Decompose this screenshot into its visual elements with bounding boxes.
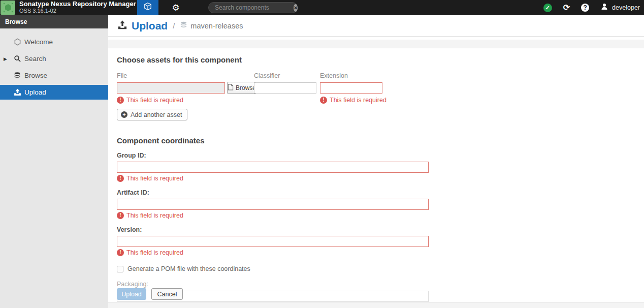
panel-toolbar: [108, 40, 644, 48]
cube-icon: [143, 2, 152, 13]
sidebar-item-upload[interactable]: Upload: [0, 85, 108, 100]
file-required-error: ! This field is required: [117, 97, 183, 104]
add-another-asset-button[interactable]: + Add another asset: [117, 109, 187, 120]
repository-icon: [180, 21, 187, 30]
browse-button-label: Browse: [236, 84, 256, 91]
error-text: This field is required: [126, 175, 183, 182]
version-field[interactable]: [117, 236, 429, 247]
upload-page-icon: [117, 20, 127, 32]
app-title: Sonatype Nexus Repository Manager: [19, 1, 136, 8]
clear-search-icon[interactable]: ✕: [294, 4, 298, 12]
group-id-field[interactable]: [117, 162, 429, 173]
app-version: OSS 3.16.1-02: [19, 8, 136, 14]
packaging-label: Packaging:: [117, 281, 644, 288]
artifact-id-label: Artifact ID:: [117, 189, 644, 196]
user-icon: [600, 3, 608, 13]
group-id-required-error: ! This field is required: [117, 175, 644, 182]
sidebar: Browse Welcome ▶ Search: [0, 15, 108, 308]
error-icon: !: [117, 249, 124, 256]
extension-label: Extension: [320, 72, 348, 79]
repository-name: maven-releases: [190, 22, 243, 30]
error-icon: !: [320, 97, 327, 104]
nexus-logo-icon: [1, 1, 15, 15]
sidebar-item-browse[interactable]: Browse: [0, 68, 108, 83]
upload-submit-button[interactable]: Upload: [117, 288, 146, 300]
breadcrumb-separator: /: [173, 21, 175, 30]
error-text: This field is required: [126, 97, 183, 104]
sidebar-item-welcome[interactable]: Welcome: [0, 35, 108, 49]
plus-circle-icon: +: [121, 111, 127, 118]
sidebar-section-header: Browse: [0, 15, 108, 28]
add-asset-label: Add another asset: [131, 111, 182, 118]
error-icon: !: [117, 175, 124, 182]
app-header: Sonatype Nexus Repository Manager OSS 3.…: [0, 0, 644, 15]
panel-footer: [108, 302, 644, 308]
global-search[interactable]: ✕: [208, 2, 298, 13]
artifact-id-field[interactable]: [117, 199, 429, 210]
username-label: developer: [612, 4, 640, 11]
sidebar-item-label: Upload: [24, 88, 46, 96]
refresh-icon[interactable]: ⟳: [563, 4, 570, 12]
assets-section-heading: Choose assets for this component: [117, 55, 644, 64]
main-content: Upload / maven-releases Choose assets fo…: [108, 15, 644, 308]
browse-file-button[interactable]: Browse: [227, 82, 256, 94]
help-icon[interactable]: ?: [581, 4, 589, 12]
error-text: This field is required: [126, 249, 183, 256]
error-icon: !: [117, 212, 124, 219]
sidebar-item-search[interactable]: ▶ Search: [0, 51, 108, 66]
coordinates-section-heading: Component coordinates: [117, 136, 644, 145]
health-check-icon[interactable]: ✓: [543, 4, 552, 12]
error-text: This field is required: [330, 97, 387, 104]
extension-required-error: ! This field is required: [320, 97, 387, 104]
artifact-id-required-error: ! This field is required: [117, 212, 644, 219]
classifier-label: Classifier: [254, 72, 280, 79]
extension-field[interactable]: [320, 82, 382, 94]
error-text: This field is required: [126, 212, 183, 219]
breadcrumb: Upload / maven-releases: [108, 15, 644, 37]
admin-gear-icon[interactable]: ⚙: [167, 0, 185, 15]
user-menu[interactable]: developer: [600, 3, 640, 13]
search-input[interactable]: [215, 4, 294, 11]
file-label: File: [117, 72, 127, 79]
upload-icon: [13, 88, 21, 97]
sidebar-item-label: Browse: [24, 72, 47, 79]
upload-form: Choose assets for this component File Cl…: [108, 48, 644, 302]
generate-pom-label: Generate a POM file with these coordinat…: [127, 265, 250, 272]
sidebar-item-label: Welcome: [24, 38, 53, 46]
sidebar-item-label: Search: [24, 55, 46, 63]
classifier-field[interactable]: [254, 82, 316, 94]
cancel-button[interactable]: Cancel: [151, 288, 183, 300]
page-title[interactable]: Upload: [132, 20, 168, 32]
generate-pom-checkbox[interactable]: [117, 266, 123, 272]
database-icon: [13, 72, 21, 80]
version-label: Version:: [117, 226, 644, 233]
group-id-label: Group ID:: [117, 152, 644, 159]
browse-mode-tab[interactable]: [137, 0, 158, 15]
expand-arrow-icon[interactable]: ▶: [4, 56, 7, 61]
file-field[interactable]: [117, 82, 225, 94]
file-icon: [228, 84, 234, 92]
version-required-error: ! This field is required: [117, 249, 644, 256]
hexagon-icon: [13, 38, 21, 46]
magnifier-icon: [13, 55, 21, 63]
error-icon: !: [117, 97, 124, 104]
